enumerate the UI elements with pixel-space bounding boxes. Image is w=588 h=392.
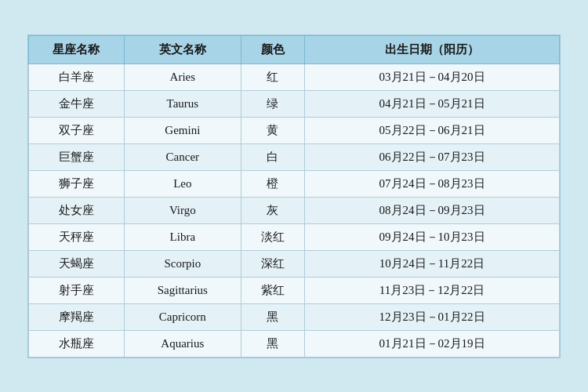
cell-english: Cancer bbox=[124, 143, 241, 170]
zodiac-table-container: 星座名称 英文名称 颜色 出生日期（阳历） 白羊座Aries红03月21日－04… bbox=[27, 34, 561, 358]
cell-color: 深红 bbox=[241, 250, 304, 277]
cell-english: Sagittarius bbox=[124, 277, 241, 303]
cell-color: 淡红 bbox=[241, 223, 304, 250]
cell-chinese: 金牛座 bbox=[29, 90, 125, 117]
cell-date: 04月21日－05月21日 bbox=[305, 90, 560, 117]
cell-chinese: 狮子座 bbox=[29, 170, 125, 197]
table-row: 巨蟹座Cancer白06月22日－07月23日 bbox=[29, 143, 560, 170]
table-row: 天蝎座Scorpio深红10月24日－11月22日 bbox=[29, 250, 560, 277]
table-header-row: 星座名称 英文名称 颜色 出生日期（阳历） bbox=[29, 35, 560, 64]
cell-chinese: 水瓶座 bbox=[29, 330, 125, 357]
cell-date: 12月23日－01月22日 bbox=[305, 303, 560, 330]
cell-english: Aries bbox=[124, 64, 241, 90]
cell-color: 黑 bbox=[241, 303, 304, 330]
cell-chinese: 白羊座 bbox=[29, 64, 125, 90]
cell-color: 橙 bbox=[241, 170, 304, 197]
table-row: 双子座Gemini黄05月22日－06月21日 bbox=[29, 117, 560, 143]
cell-date: 05月22日－06月21日 bbox=[305, 117, 560, 143]
cell-date: 07月24日－08月23日 bbox=[305, 170, 560, 197]
cell-chinese: 射手座 bbox=[29, 277, 125, 303]
table-row: 金牛座Taurus绿04月21日－05月21日 bbox=[29, 90, 560, 117]
cell-date: 11月23日－12月22日 bbox=[305, 277, 560, 303]
cell-chinese: 天蝎座 bbox=[29, 250, 125, 277]
header-chinese-name: 星座名称 bbox=[29, 35, 125, 64]
header-english-name: 英文名称 bbox=[124, 35, 241, 64]
cell-date: 03月21日－04月20日 bbox=[305, 64, 560, 90]
cell-chinese: 处女座 bbox=[29, 197, 125, 223]
zodiac-table: 星座名称 英文名称 颜色 出生日期（阳历） 白羊座Aries红03月21日－04… bbox=[28, 35, 560, 358]
cell-chinese: 巨蟹座 bbox=[29, 143, 125, 170]
cell-chinese: 摩羯座 bbox=[29, 303, 125, 330]
table-row: 白羊座Aries红03月21日－04月20日 bbox=[29, 64, 560, 90]
cell-date: 06月22日－07月23日 bbox=[305, 143, 560, 170]
cell-color: 红 bbox=[241, 64, 304, 90]
table-row: 狮子座Leo橙07月24日－08月23日 bbox=[29, 170, 560, 197]
cell-date: 09月24日－10月23日 bbox=[305, 223, 560, 250]
cell-english: Leo bbox=[124, 170, 241, 197]
table-row: 摩羯座Capricorn黑12月23日－01月22日 bbox=[29, 303, 560, 330]
cell-english: Capricorn bbox=[124, 303, 241, 330]
cell-english: Gemini bbox=[124, 117, 241, 143]
header-color: 颜色 bbox=[241, 35, 304, 64]
cell-english: Virgo bbox=[124, 197, 241, 223]
cell-color: 黑 bbox=[241, 330, 304, 357]
cell-date: 08月24日－09月23日 bbox=[305, 197, 560, 223]
cell-color: 白 bbox=[241, 143, 304, 170]
table-row: 水瓶座Aquarius黑01月21日－02月19日 bbox=[29, 330, 560, 357]
table-row: 处女座Virgo灰08月24日－09月23日 bbox=[29, 197, 560, 223]
cell-color: 灰 bbox=[241, 197, 304, 223]
table-row: 天秤座Libra淡红09月24日－10月23日 bbox=[29, 223, 560, 250]
table-row: 射手座Sagittarius紫红11月23日－12月22日 bbox=[29, 277, 560, 303]
cell-english: Taurus bbox=[124, 90, 241, 117]
cell-color: 黄 bbox=[241, 117, 304, 143]
cell-english: Aquarius bbox=[124, 330, 241, 357]
header-birth-date: 出生日期（阳历） bbox=[305, 35, 560, 64]
cell-date: 01月21日－02月19日 bbox=[305, 330, 560, 357]
cell-english: Scorpio bbox=[124, 250, 241, 277]
cell-date: 10月24日－11月22日 bbox=[305, 250, 560, 277]
cell-chinese: 双子座 bbox=[29, 117, 125, 143]
cell-english: Libra bbox=[124, 223, 241, 250]
cell-color: 绿 bbox=[241, 90, 304, 117]
cell-chinese: 天秤座 bbox=[29, 223, 125, 250]
cell-color: 紫红 bbox=[241, 277, 304, 303]
